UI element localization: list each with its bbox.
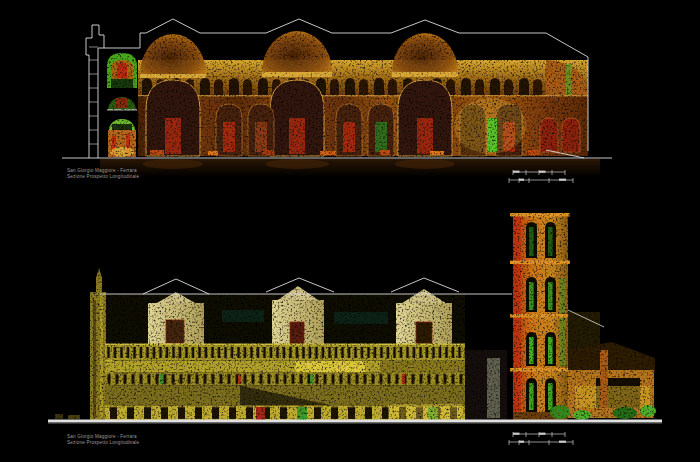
elevation-caption-line2: Sezione Prospetto Longitudinale [67,440,139,446]
section-domes [140,31,458,78]
section-caption-line2: Sezione Prospetto Longitudinale [67,174,139,180]
section-scale-bar [507,168,581,186]
section-side-chapels [107,53,137,157]
elevation-facade-pointcloud [55,268,507,420]
section-caption: San Giorgio Maggiore - Ferrara Sezione P… [67,168,139,180]
elevation-caption: San Giorgio Maggiore - Ferrara Sezione P… [67,434,139,446]
elevation-bell-tower [510,213,570,420]
drawing-sheet: San Giorgio Maggiore - Ferrara Sezione P… [0,0,700,462]
elevation-drawing [0,200,700,462]
elevation-scale-bar [507,430,581,448]
elevation-ground-line [48,420,662,424]
